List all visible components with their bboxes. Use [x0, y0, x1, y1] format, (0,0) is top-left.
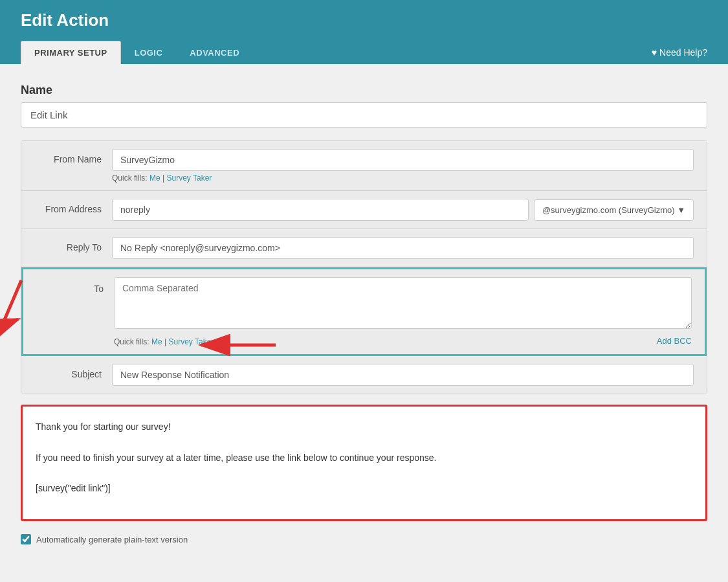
to-me-link[interactable]: Me: [151, 337, 162, 346]
tab-bar: PRIMARY SETUP LOGIC ADVANCED Need Help?: [0, 41, 728, 64]
tab-primary-setup[interactable]: PRIMARY SETUP: [21, 41, 121, 64]
name-input[interactable]: [21, 102, 707, 128]
from-address-content: @surveygizmo.com (SurveyGizmo) ▼: [112, 199, 694, 221]
to-textarea[interactable]: [114, 277, 692, 329]
domain-select[interactable]: @surveygizmo.com (SurveyGizmo) ▼: [534, 199, 694, 221]
to-label: To: [36, 277, 114, 294]
from-name-input[interactable]: [112, 149, 694, 171]
from-address-input[interactable]: [112, 199, 529, 221]
tab-logic[interactable]: LOGIC: [121, 41, 177, 64]
body-line1: Thank you for starting our survey!: [36, 420, 692, 435]
to-content: Quick fills: Me | Survey Taker: [114, 277, 692, 346]
subject-input[interactable]: [112, 364, 694, 386]
body-text: Thank you for starting our survey! If yo…: [36, 420, 692, 497]
reply-to-input[interactable]: [112, 237, 694, 259]
to-outer: To Quick fills: Me | Survey Taker: [21, 267, 707, 356]
main-content: Name From Name Quick fills: Me | Survey …: [0, 64, 728, 566]
reply-to-content: [112, 237, 694, 259]
auto-plain-text-checkbox[interactable]: [21, 534, 31, 544]
from-name-row: From Name Quick fills: Me | Survey Taker: [21, 141, 707, 191]
left-arrow-icon: [192, 332, 282, 358]
from-name-content: Quick fills: Me | Survey Taker: [112, 149, 694, 183]
subject-row: Subject: [21, 356, 707, 394]
reply-to-label: Reply To: [34, 237, 112, 252]
subject-content: [112, 364, 694, 386]
body-line2: If you need to finish your survey at a l…: [36, 451, 692, 466]
from-address-label: From Address: [34, 199, 112, 214]
to-quick-fills: Quick fills: Me | Survey Taker: [114, 337, 214, 346]
to-row-wrapper: To Quick fills: Me | Survey Taker: [21, 267, 707, 356]
body-area[interactable]: Thank you for starting our survey! If yo…: [21, 405, 707, 521]
auto-plain-text-row: Automatically generate plain-text versio…: [21, 532, 707, 547]
body-line3: [survey("edit link")]: [36, 481, 692, 497]
name-label: Name: [21, 84, 707, 97]
add-bcc-link[interactable]: Add BCC: [657, 336, 692, 346]
from-name-quick-fills: Quick fills: Me | Survey Taker: [112, 173, 694, 183]
from-name-survey-taker-link[interactable]: Survey Taker: [167, 173, 212, 183]
form-card: From Name Quick fills: Me | Survey Taker…: [21, 140, 707, 394]
auto-plain-text-label: Automatically generate plain-text versio…: [36, 535, 188, 544]
tab-advanced[interactable]: ADVANCED: [176, 41, 253, 64]
page-header: Edit Action: [0, 0, 728, 41]
need-help-link[interactable]: Need Help?: [652, 47, 707, 64]
from-address-row: From Address @surveygizmo.com (SurveyGiz…: [21, 191, 707, 229]
subject-label: Subject: [34, 364, 112, 379]
from-name-label: From Name: [34, 149, 112, 164]
page-title: Edit Action: [21, 10, 707, 30]
from-name-me-link[interactable]: Me: [149, 173, 160, 183]
reply-to-row: Reply To: [21, 229, 707, 267]
